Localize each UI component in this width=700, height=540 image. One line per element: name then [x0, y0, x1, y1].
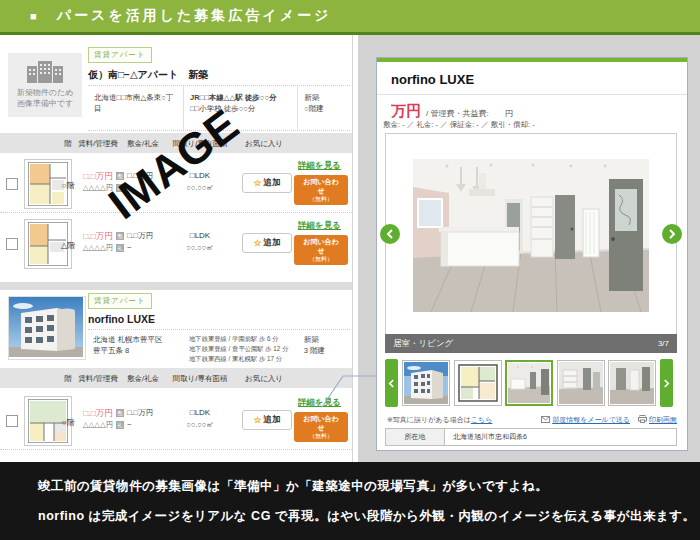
unit-deposit: 敷□.□万円 礼− [116, 170, 170, 194]
listing2-build-info: 新築 3 階建 [299, 330, 350, 368]
price-unit: 万円 [391, 102, 421, 121]
add-favorite-button[interactable]: ☆ 追加 [242, 173, 292, 193]
price-row: 万円 / 管理費・共益費: 円 [391, 102, 513, 121]
col-floor: 階 [64, 374, 72, 384]
thumb-living-image [508, 363, 550, 403]
main-photo [413, 159, 649, 312]
chevron-left-icon [388, 379, 395, 388]
building-icon [27, 61, 63, 83]
listing-panel: 新築物件のため 画像準備中です 賃貸アパート 仮）南□−△アパート 新築 北海道… [0, 35, 353, 462]
thumb-floorplan-image [456, 362, 500, 404]
unit-layout: □LDK○○.○○㎡ [176, 170, 224, 194]
image-placeholder: 新築物件のため 画像準備中です [8, 53, 82, 117]
detail-link[interactable]: 詳細を見る [298, 160, 341, 172]
photo-links-row: ※写真に誤りがある場合は こちら 部屋情報をメールで送る [387, 415, 677, 425]
star-icon: ☆ [253, 178, 261, 188]
listing1-access: JR□□本線△△駅 徒歩○○分 □□小学校 徒歩○○分 [183, 86, 298, 130]
col-deposit: 敷金/礼金 [127, 374, 159, 384]
thumbnail-kitchen[interactable] [557, 360, 605, 406]
price-note: / 管理費・共益費: [426, 108, 489, 119]
row-checkbox[interactable] [6, 178, 18, 190]
listing2-info: 北海道 札幌市豊平区 豊平五条 8 地下鉄東豊線 / 学園前駅 歩 6 分 地下… [88, 329, 350, 369]
listing2-address: 北海道 札幌市豊平区 豊平五条 8 [88, 330, 184, 368]
unit-table-header: 階 賃料/管理費 敷金/礼金 間取り/専有面積 お気に入り [0, 368, 352, 388]
add-favorite-button[interactable]: ☆ 追加 [242, 233, 292, 253]
mail-link[interactable]: 部屋情報をメールで送る [541, 415, 630, 425]
detail-link[interactable]: 詳細を見る [298, 220, 341, 232]
col-layout: 間取り/専有面積 [173, 139, 228, 149]
col-favorite: お気に入り [245, 374, 283, 384]
slide: ■ パースを活用した募集広告イメージ 新築物件の [0, 0, 700, 540]
prev-photo-button[interactable] [380, 224, 400, 244]
unit-table-header: 階 賃料/管理費 敷金/礼金 間取り/専有面積 お気に入り [0, 133, 352, 153]
contact-button[interactable]: お問い合わせ （無料） [294, 175, 348, 205]
unit-layout: □LDK○○.○○㎡ [176, 230, 224, 254]
listing1-build-info: 新築 ○階建 [298, 86, 350, 130]
thumbs-prev-button[interactable] [385, 359, 398, 407]
print-link[interactable]: 印刷画面 [638, 415, 677, 425]
col-rent: 賃料/管理費 [78, 374, 118, 384]
location-row: 所在地 北海道旭川市忠和四条6 [385, 428, 677, 446]
placeholder-text: 新築物件のため 画像準備中です [17, 87, 74, 109]
price-note2: 円 [505, 108, 513, 119]
building-photo[interactable] [8, 296, 86, 360]
row-checkbox[interactable] [6, 238, 18, 250]
photo-report-link[interactable]: こちら [471, 415, 493, 425]
next-photo-button[interactable] [662, 224, 682, 244]
thumb-hallway-image [610, 362, 654, 404]
fees-line: 敷金: - ／ 礼金: - ／ 保証金: - ／ 敷引・償却: - [383, 120, 535, 130]
chevron-right-icon [668, 229, 676, 239]
unit-deposit: 敷□.□万円 礼− [116, 230, 170, 254]
detail-title: norfino LUXE [391, 72, 474, 87]
listing1-info: 北海道□□市南△条東○丁目 JR□□本線△△駅 徒歩○○分 □□小学校 徒歩○○… [88, 85, 350, 131]
unit-deposit: 敷□.□万円 礼− [116, 407, 170, 431]
property-type-badge: 賃貸アパート [88, 293, 152, 309]
contact-button[interactable]: お問い合わせ （無料） [294, 412, 348, 442]
thumbnail-floorplan[interactable] [454, 360, 502, 406]
contact-button[interactable]: お問い合わせ （無料） [294, 235, 348, 265]
thumbnail-strip [377, 357, 687, 409]
exterior-photo [9, 297, 83, 357]
add-favorite-button[interactable]: ☆ 追加 [242, 410, 292, 430]
location-value: 北海道旭川市忠和四条6 [445, 432, 527, 442]
row-checkbox[interactable] [6, 415, 18, 427]
photo-viewer [385, 133, 677, 335]
header-bullet-icon: ■ [30, 10, 37, 22]
chevron-left-icon [386, 229, 394, 239]
thumbs-next-button[interactable] [660, 359, 673, 407]
chevron-right-icon [663, 379, 670, 388]
divider [377, 94, 687, 95]
unit-layout: □LDK○○.○○㎡ [176, 407, 224, 431]
listing1-address: 北海道□□市南△条東○丁目 [88, 86, 183, 130]
listing1-title: 仮）南□−△アパート 新築 [88, 68, 208, 82]
listing2-title: norfino LUXE [88, 313, 155, 325]
col-deposit: 敷金/礼金 [127, 139, 159, 149]
detail-area: norfino LUXE 万円 / 管理費・共益費: 円 敷金: - ／ 礼金:… [358, 35, 700, 462]
detail-card: norfino LUXE 万円 / 管理費・共益費: 円 敷金: - ／ 礼金:… [376, 57, 688, 451]
thumbnail-living-selected[interactable] [505, 360, 553, 406]
location-label: 所在地 [386, 429, 445, 445]
card-accent-bar [377, 58, 687, 62]
detail-link[interactable]: 詳細を見る [298, 397, 341, 409]
star-icon: ☆ [253, 238, 261, 248]
col-favorite: お気に入り [245, 139, 283, 149]
thumb-kitchen-image [559, 362, 603, 404]
section-divider [0, 282, 352, 290]
thumb-exterior-image [404, 362, 448, 404]
col-layout: 間取り/専有面積 [173, 374, 228, 384]
photo-counter: 3/7 [658, 339, 669, 348]
unit-row: ○階 □.□万円△△△△円 敷□.□万円 礼− □LDK○○.○○㎡ ☆ 追加 … [0, 392, 352, 450]
unit-row: △階 □.□万円△△△△円 敷□.□万円 礼− □LDK○○.○○㎡ ☆ 追加 … [0, 215, 352, 272]
footer-line1: 竣工前の賃貸物件の募集画像は「準備中」か「建築途中の現場写真」が多いですよね。 [38, 478, 548, 495]
printer-icon [638, 415, 647, 423]
photo-caption: 居室・リビング [393, 338, 453, 350]
slide-header: ■ パースを活用した募集広告イメージ [0, 0, 700, 35]
photo-note: ※写真に誤りがある場合は [387, 415, 471, 425]
col-rent: 賃料/管理費 [78, 139, 118, 149]
thumbnail-hallway[interactable] [608, 360, 656, 406]
listing2: 賃貸アパート norfino LUXE 北海道 札幌市豊平区 豊平五条 8 地下… [0, 292, 352, 368]
photo-caption-bar: 居室・リビング 3/7 [385, 334, 677, 353]
thumbnail-exterior[interactable] [402, 360, 450, 406]
envelope-icon [541, 416, 550, 423]
unit-row: ○階 □.□万円△△△△円 敷□.□万円 礼− □LDK○○.○○㎡ ☆ 追加 … [0, 155, 352, 213]
